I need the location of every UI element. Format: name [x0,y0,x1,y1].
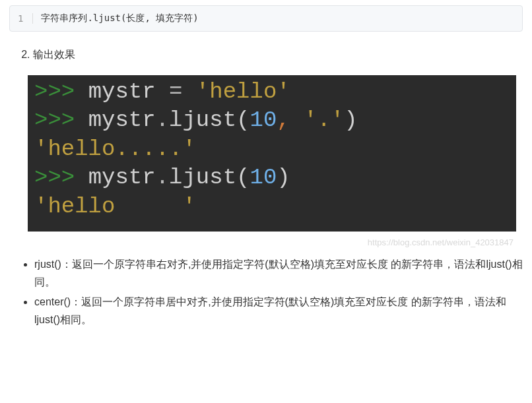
terminal-token: >>> [34,108,88,133]
terminal-token: ( [236,108,249,133]
terminal-container: >>> mystr = 'hello'>>> mystr.ljust(10, '… [9,75,523,232]
terminal-line: 'hello.....' [34,135,510,164]
function-notes-list: rjust()：返回一个原字符串右对齐,并使用指定字符(默认空格)填充至对应长度… [9,255,523,328]
terminal-token: mystr [88,165,156,190]
terminal-token: 10 [250,165,277,190]
terminal-token: = [169,79,182,104]
watermark-text: https://blog.csdn.net/weixin_42031847 [368,237,514,247]
terminal-line: >>> mystr.ljust(10, '.') [34,106,510,135]
terminal-token: '.' [304,108,344,133]
terminal-token: ) [344,108,357,133]
terminal-token: ( [236,165,249,190]
terminal-token: . [156,165,169,190]
terminal-token: >>> [34,165,88,190]
terminal-line: >>> mystr = 'hello' [34,78,510,107]
line-number: 1 [18,13,33,24]
terminal-token: mystr [88,108,156,133]
terminal-token: >>> [34,79,88,104]
output-ordered-list: 输出效果 [9,46,523,63]
terminal-token: 'hello.....' [34,137,196,162]
terminal-line: >>> mystr.ljust(10) [34,164,510,193]
terminal-token: ljust [169,165,236,190]
list-item: rjust()：返回一个原字符串右对齐,并使用指定字符(默认空格)填充至对应长度… [34,255,523,291]
terminal-line: 'hello ' [34,193,510,222]
terminal-token: ljust [169,108,236,133]
terminal-output: >>> mystr = 'hello'>>> mystr.ljust(10, '… [28,75,516,232]
terminal-token [290,108,304,133]
output-label: 输出效果 [33,46,523,63]
code-block-header: 1 字符串序列.ljust(长度, 填充字符) [9,5,523,32]
code-content: 字符串序列.ljust(长度, 填充字符) [41,13,198,24]
terminal-token: 'hello ' [34,194,196,219]
terminal-token: . [156,108,169,133]
terminal-token: ) [277,165,290,190]
terminal-token [182,79,195,104]
terminal-token: mystr [88,79,169,104]
terminal-token: 'hello' [196,79,290,104]
terminal-token: 10 [250,108,277,133]
terminal-token: , [277,108,290,133]
list-item: center()：返回一个原字符串居中对齐,并使用指定字符(默认空格)填充至对应… [34,293,523,328]
